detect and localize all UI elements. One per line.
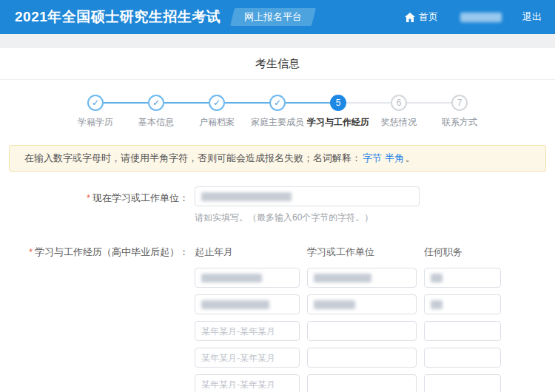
- step-1-check-icon: ✓: [87, 95, 104, 111]
- redacted-value: [314, 300, 355, 309]
- redacted-value: [431, 274, 443, 283]
- experience-row2-unit-input[interactable]: [307, 294, 417, 314]
- glossary-link-byte[interactable]: 字节: [363, 152, 382, 163]
- step-7-number: 7: [451, 95, 468, 111]
- home-icon: [405, 13, 415, 22]
- step-rewards[interactable]: 6 奖惩情况: [369, 95, 429, 129]
- step-experience-current[interactable]: 5 学习与工作经历: [308, 95, 369, 129]
- step-7-label: 联系方式: [442, 116, 477, 129]
- column-header-period: 起止年月: [195, 240, 300, 268]
- home-link-label: 首页: [419, 10, 438, 24]
- experience-row1-period-input[interactable]: [195, 268, 300, 288]
- glossary-link-halfwidth[interactable]: 半角: [385, 152, 404, 163]
- experience-row3-unit-input[interactable]: [307, 321, 417, 341]
- app-title: 2021年全国硕士研究生招生考试: [15, 7, 221, 27]
- step-household[interactable]: ✓ 户籍档案: [186, 95, 247, 129]
- home-link[interactable]: 首页: [405, 10, 438, 24]
- step-basic-info[interactable]: ✓ 基本信息: [126, 95, 186, 129]
- step-5-label: 学习与工作经历: [307, 116, 369, 129]
- experience-row3-period-input[interactable]: [195, 321, 300, 341]
- step-3-label: 户籍档案: [199, 116, 235, 129]
- candidate-info-card: 考生信息 ✓ 学籍学历 ✓ 基本信息 ✓ 户籍档案 ✓ 家庭主要成员 5 学习与…: [0, 48, 555, 392]
- experience-row5-position-input[interactable]: [424, 374, 501, 392]
- experience-row2-position-input[interactable]: [424, 294, 501, 314]
- notice-bar: 在输入数字或字母时，请使用半角字符，否则可能会造成报名失败；名词解释：字节半角。: [9, 145, 546, 172]
- experience-label: *学习与工作经历（高中毕业后起）：: [0, 240, 189, 392]
- current-unit-value-redacted: [201, 192, 292, 201]
- experience-row3-position-input[interactable]: [424, 321, 501, 341]
- platform-badge: 网上报名平台: [230, 8, 316, 26]
- notice-suffix: 。: [406, 152, 415, 163]
- required-asterisk: *: [87, 192, 90, 203]
- step-student-status[interactable]: ✓ 学籍学历: [65, 95, 126, 129]
- current-unit-hint: 请如实填写。（最多输入60个字节的字符。）: [195, 212, 420, 224]
- step-indicator: ✓ 学籍学历 ✓ 基本信息 ✓ 户籍档案 ✓ 家庭主要成员 5 学习与工作经历 …: [0, 80, 555, 135]
- step-6-number: 6: [391, 95, 407, 111]
- experience-row2-period-input[interactable]: [195, 294, 300, 314]
- step-2-label: 基本信息: [138, 116, 174, 129]
- step-contact[interactable]: 7 联系方式: [429, 95, 490, 129]
- page-title: 考生信息: [0, 48, 555, 80]
- required-asterisk: *: [29, 246, 33, 257]
- experience-row4-unit-input[interactable]: [307, 348, 417, 368]
- step-6-label: 奖惩情况: [381, 116, 417, 129]
- app-header: 2021年全国硕士研究生招生考试 网上报名平台 首页 退出: [0, 0, 555, 34]
- notice-text: 在输入数字或字母时，请使用半角字符，否则可能会造成报名失败；名词解释：: [24, 152, 361, 163]
- redacted-value: [314, 274, 371, 283]
- step-4-label: 家庭主要成员: [251, 116, 304, 129]
- column-header-position: 任何职务: [424, 240, 501, 268]
- experience-row4-period-input[interactable]: [195, 348, 300, 368]
- username-redacted: [460, 13, 502, 22]
- step-1-label: 学籍学历: [78, 116, 113, 129]
- step-4-check-icon: ✓: [269, 95, 286, 111]
- experience-form: *现在学习或工作单位： 请如实填写。（最多输入60个字节的字符。） *学习与工作…: [0, 172, 555, 392]
- column-header-unit: 学习或工作单位: [307, 240, 417, 268]
- step-3-check-icon: ✓: [209, 95, 225, 111]
- experience-row5-period-input[interactable]: [195, 374, 300, 392]
- experience-row1-position-input[interactable]: [424, 268, 501, 288]
- redacted-value: [201, 274, 262, 283]
- platform-badge-label: 网上报名平台: [244, 10, 302, 24]
- current-unit-label: *现在学习或工作单位：: [0, 186, 189, 224]
- experience-row4-position-input[interactable]: [424, 348, 501, 368]
- experience-row5-unit-input[interactable]: [307, 374, 417, 392]
- step-2-check-icon: ✓: [148, 95, 164, 111]
- step-5-number: 5: [330, 95, 346, 111]
- redacted-value: [201, 300, 269, 309]
- current-unit-input[interactable]: [195, 186, 420, 206]
- redacted-value: [431, 300, 443, 309]
- logout-link[interactable]: 退出: [522, 10, 542, 24]
- experience-row1-unit-input[interactable]: [307, 268, 417, 288]
- step-family-members[interactable]: ✓ 家庭主要成员: [247, 95, 308, 129]
